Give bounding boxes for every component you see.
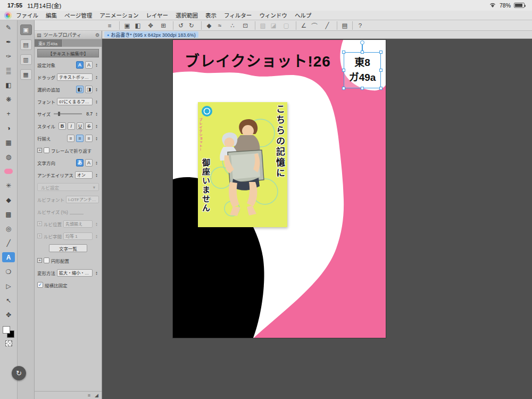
font-stepper[interactable] [94, 98, 99, 105]
redo-icon[interactable]: ↻ [186, 21, 197, 30]
main-color-swatch[interactable] [3, 326, 10, 334]
cover-image[interactable]: こちらの記憶に 御座いません ブレイクショット! [198, 102, 287, 227]
tool-tab[interactable]: 東8 ガ49a [35, 39, 62, 47]
align-left-button[interactable]: ≡ [67, 135, 74, 142]
antialias-stepper[interactable] [94, 171, 99, 179]
polyline-icon[interactable]: ╱ [321, 21, 333, 30]
transform-method-select[interactable]: 拡大・縮小・回転 [57, 269, 93, 277]
menu-filter[interactable]: フィルター [224, 11, 252, 19]
balloon-tool[interactable]: ◍ [2, 152, 15, 162]
target-stepper[interactable] [94, 61, 99, 69]
airbrush-icon[interactable]: ∴ [227, 21, 238, 30]
straight-line-icon[interactable]: ∠ [296, 21, 307, 30]
resize-handle-right[interactable] [379, 69, 383, 72]
document-tab[interactable]: ● お品書き* (595 x 842px 300dpi 183.6%) [104, 31, 198, 38]
pen-tool[interactable]: ✒ [2, 37, 15, 47]
pencil-tool[interactable]: ✎ [2, 22, 15, 32]
ruby-font-select[interactable]: I-OTFアンチック [66, 196, 99, 203]
hand-tool[interactable]: ✥ [2, 310, 15, 320]
curve-icon[interactable]: ⌒ [309, 21, 320, 30]
page[interactable]: ブレイクショット!26 [173, 40, 386, 338]
menu-window[interactable]: ウィンドウ [259, 11, 287, 19]
bold-button[interactable]: B [59, 122, 66, 130]
size-stepper[interactable] [94, 110, 99, 118]
decoration-tool[interactable]: ❋ [2, 94, 15, 104]
menu-view[interactable]: 表示 [205, 11, 217, 19]
vertical-text-button[interactable]: あ [76, 159, 84, 167]
italic-button[interactable]: I [68, 122, 75, 130]
spark-tool[interactable]: ✳ [2, 180, 15, 190]
subtool-slot-4[interactable]: ▦ [20, 69, 32, 80]
figure-tool[interactable] [2, 166, 15, 176]
menu-page-management[interactable]: ページ管理 [64, 11, 92, 19]
resize-handle-bottom[interactable] [361, 87, 364, 90]
selected-text-object[interactable]: 東8 ガ49a [344, 52, 381, 88]
circular-checkbox[interactable] [44, 257, 49, 263]
strikethrough-button[interactable]: S [85, 122, 93, 130]
blend-icon[interactable]: ≈ [214, 21, 226, 30]
reset-rotation-button[interactable]: ↻ [12, 366, 26, 380]
menu-animation[interactable]: アニメーション [99, 11, 138, 19]
ruby-spacing-select[interactable]: 均等 1 [63, 232, 93, 240]
speech-balloon-tool[interactable]: ❍ [2, 267, 15, 277]
align-right-button[interactable]: ≡ [85, 135, 93, 142]
ruby-spacing-expander[interactable] [37, 234, 42, 238]
circular-expander[interactable] [37, 258, 42, 263]
gradient-tool[interactable]: ▩ [2, 209, 15, 219]
menu-layer[interactable]: レイヤー [146, 11, 168, 19]
resize-handle-top-right[interactable] [379, 51, 383, 54]
line-tool[interactable]: ╱ [2, 238, 15, 248]
canvas[interactable]: ブレイクショット!26 [102, 39, 532, 399]
undo-icon[interactable]: ↺ [173, 21, 185, 30]
zoom-tool[interactable]: ◎ [2, 223, 15, 234]
antialias-select[interactable]: オン [75, 171, 93, 179]
resize-handle-left[interactable] [342, 69, 345, 72]
target-text-button[interactable]: A [76, 61, 84, 69]
move-canvas-icon[interactable]: ✥ [145, 21, 156, 30]
polyline-tool[interactable]: ▷ [2, 281, 15, 291]
add-tool[interactable]: + [2, 109, 15, 119]
clip-studio-logo-icon[interactable] [4, 12, 12, 19]
tone-tool[interactable]: ▦ [2, 137, 15, 147]
rotate-handle[interactable] [360, 40, 364, 45]
ruby-settings-button[interactable]: ルビ設定 ▾ [37, 183, 99, 191]
eraser-tool[interactable]: ◧ [2, 80, 15, 90]
align-center-button[interactable]: ≡ [76, 135, 84, 142]
text-tool[interactable]: A [2, 252, 15, 262]
font-select[interactable]: 07にくまるフォント [57, 98, 93, 105]
drag-mode-select[interactable]: テキストボックスを作成 [57, 73, 93, 81]
subtool-slot-2[interactable]: ▤ [20, 39, 32, 50]
blend-tool[interactable]: ◑ [2, 123, 15, 133]
selection-add-stepper[interactable] [94, 86, 99, 93]
ruby-position-select[interactable]: 先頭揃え [63, 220, 93, 228]
drag-stepper[interactable] [94, 73, 99, 81]
manuscript-settings-icon[interactable]: ▤ [337, 21, 348, 30]
frame-border-icon[interactable]: ⊡ [239, 21, 251, 30]
menu-edit[interactable]: 編集 [46, 11, 57, 19]
subtool-slot-1[interactable]: ▣ [20, 24, 32, 35]
menu-selection[interactable]: 選択範囲 [176, 11, 198, 19]
panel-list-icon[interactable]: ▤ [37, 32, 41, 38]
size-slider-thumb[interactable] [58, 112, 60, 116]
selection-new-button[interactable]: ◧ [76, 86, 84, 93]
panel-resize-grip-icon[interactable]: ◢ [95, 393, 98, 398]
underline-button[interactable]: U [77, 122, 84, 130]
flip-canvas-icon[interactable]: ◧ [132, 21, 144, 30]
object-tool[interactable]: ↖ [2, 295, 15, 305]
align-stepper[interactable] [94, 135, 99, 142]
page-title-text[interactable]: ブレイクショット!26 [185, 49, 331, 71]
panel-options-icon[interactable]: ≡ [88, 393, 90, 398]
brush-tool[interactable]: ✑ [2, 51, 15, 61]
direction-stepper[interactable] [94, 159, 99, 167]
help-icon[interactable]: ? [352, 21, 364, 30]
wrap-checkbox[interactable] [44, 147, 49, 153]
transform-icon[interactable]: ▣ [119, 21, 131, 30]
subtool-slot-3[interactable]: ▥ [20, 54, 32, 65]
main-menu-icon[interactable]: ≡ [104, 21, 115, 30]
horizontal-text-button[interactable]: A [85, 159, 93, 167]
menu-file[interactable]: ファイル [16, 11, 38, 19]
wrench-icon[interactable]: ⚙ [95, 32, 99, 38]
resize-handle-top-left[interactable] [342, 51, 345, 54]
resize-handle-bottom-left[interactable] [342, 87, 345, 90]
style-stepper[interactable] [94, 122, 99, 130]
